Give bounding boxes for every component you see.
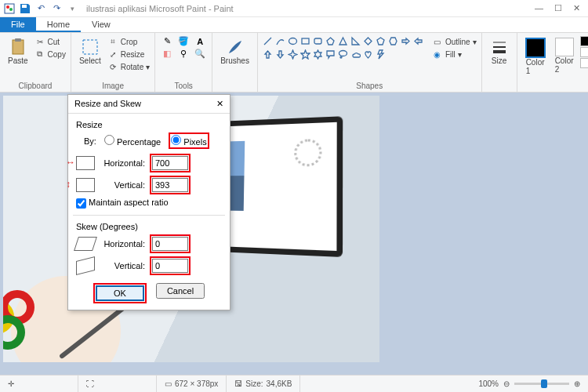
undo-icon[interactable]: ↶ <box>34 2 47 15</box>
shape-diamond-icon[interactable] <box>363 36 374 48</box>
shape-star4-icon[interactable] <box>288 49 299 61</box>
cut-button[interactable]: ✂Cut <box>34 36 66 47</box>
resize-button[interactable]: ⤢Resize <box>107 49 150 60</box>
svg-marker-13 <box>352 38 359 45</box>
group-image: Select ⌗Crop ⤢Resize ⟳Rotate ▾ Image <box>71 33 155 92</box>
paste-button[interactable]: Paste <box>5 36 31 67</box>
close-icon[interactable]: ✕ <box>573 3 580 13</box>
pencil-icon[interactable]: ✎ <box>160 36 174 46</box>
vertical-label: Vertical: <box>100 180 145 190</box>
shape-rect-icon[interactable] <box>300 36 311 48</box>
svg-marker-11 <box>327 38 334 45</box>
color2-button[interactable]: Color 2 <box>552 36 577 75</box>
cancel-button[interactable]: Cancel <box>156 283 205 299</box>
shape-arrowdown-icon[interactable] <box>275 49 286 61</box>
zoom-in-icon[interactable]: ⊕ <box>574 379 580 388</box>
svg-marker-15 <box>377 38 384 45</box>
redo-icon[interactable]: ↷ <box>50 2 63 15</box>
shape-arrowup-icon[interactable] <box>263 49 274 61</box>
ok-button[interactable]: OK <box>96 285 144 301</box>
shape-polygon-icon[interactable] <box>325 36 336 48</box>
dialog-title: Resize and Skew <box>74 99 141 109</box>
crop-icon: ⌗ <box>107 36 118 47</box>
shape-callout-icon[interactable] <box>325 49 336 61</box>
color-palette <box>580 36 588 68</box>
shape-hexagon-icon[interactable] <box>388 36 399 48</box>
svg-marker-18 <box>301 50 310 59</box>
crop-button[interactable]: ⌗Crop <box>107 36 150 47</box>
shape-curve-icon[interactable] <box>275 36 286 48</box>
size-button[interactable]: Size <box>487 36 512 67</box>
shape-triangle-icon[interactable] <box>338 36 349 48</box>
svg-point-1 <box>6 5 9 9</box>
shape-pentagon-icon[interactable] <box>376 36 387 48</box>
shape-arrowleft-icon[interactable] <box>413 36 424 48</box>
ribbon-tabs: File Home View <box>0 17 588 33</box>
titlebar: ↶ ↷ ▾ ilustrasi aplikasi Microsoft Paint… <box>0 0 588 17</box>
svg-line-7 <box>264 38 271 45</box>
color-swatch[interactable] <box>580 47 588 57</box>
shape-cloud-icon[interactable] <box>350 49 361 61</box>
skew-vertical-input[interactable] <box>152 259 188 273</box>
tab-file[interactable]: File <box>0 17 36 32</box>
svg-rect-9 <box>302 38 309 44</box>
colors-label: Colors <box>522 80 588 90</box>
outline-button[interactable]: ▭Outline ▾ <box>432 36 477 47</box>
skew-horizontal-label: Horizontal: <box>100 239 145 249</box>
save-icon[interactable] <box>19 2 31 15</box>
dialog-close-icon[interactable]: ✕ <box>216 99 223 109</box>
group-shapes: ▭Outline ▾ ◉Fill ▾ Shapes <box>258 33 482 92</box>
zoom-level: 100% <box>478 379 499 388</box>
clipboard-label: Clipboard <box>5 80 66 90</box>
horizontal-input[interactable] <box>152 156 188 170</box>
cursor-pos-icon: ✛ <box>8 379 14 388</box>
shape-arrowright-icon[interactable] <box>401 36 412 48</box>
eraser-icon[interactable]: ◧ <box>160 49 174 59</box>
group-brushes: Brushes <box>212 33 258 92</box>
zoom-slider[interactable] <box>514 383 569 385</box>
shape-heart-icon[interactable] <box>363 49 374 61</box>
color1-swatch <box>525 38 546 58</box>
shape-star6-icon[interactable] <box>313 49 324 61</box>
shape-line-icon[interactable] <box>263 36 274 48</box>
copy-button[interactable]: ⧉Copy <box>34 49 66 60</box>
eyedropper-icon[interactable]: ⚲ <box>176 49 191 59</box>
percentage-radio[interactable]: Percentage <box>104 135 161 147</box>
aspect-checkbox[interactable]: Maintain aspect ratio <box>76 198 169 209</box>
svg-point-20 <box>339 51 347 56</box>
select-button[interactable]: Select <box>76 36 104 67</box>
shapes-gallery[interactable] <box>263 36 424 61</box>
app-icon <box>3 2 16 15</box>
fill-button[interactable]: ◉Fill ▾ <box>432 49 477 60</box>
rotate-button[interactable]: ⟳Rotate ▾ <box>107 61 150 72</box>
magnifier-icon[interactable]: 🔍 <box>193 49 207 59</box>
color1-button[interactable]: Color 1 <box>522 36 549 77</box>
tab-home[interactable]: Home <box>36 17 81 32</box>
zoom-out-icon[interactable]: ⊖ <box>503 379 510 388</box>
vertical-resize-icon <box>76 178 95 192</box>
tab-view[interactable]: View <box>81 17 122 32</box>
vertical-input[interactable] <box>152 178 188 192</box>
bucket-icon[interactable]: 🪣 <box>176 36 191 46</box>
shape-star5-icon[interactable] <box>300 49 311 61</box>
color-swatch-empty[interactable] <box>580 58 588 68</box>
paste-icon <box>9 38 27 56</box>
fill-icon: ◉ <box>432 49 443 60</box>
maximize-icon[interactable]: ☐ <box>554 3 562 13</box>
skew-horizontal-input[interactable] <box>152 237 188 251</box>
shape-bolt-icon[interactable] <box>376 49 387 61</box>
shape-rtriangle-icon[interactable] <box>350 36 361 48</box>
shape-callout2-icon[interactable] <box>338 49 349 61</box>
text-icon[interactable]: A <box>193 36 207 46</box>
qat-dropdown-icon[interactable]: ▾ <box>66 2 78 15</box>
color-swatch[interactable] <box>580 36 588 46</box>
rotate-icon: ⟳ <box>107 61 118 72</box>
minimize-icon[interactable]: — <box>535 3 543 13</box>
group-colors: Color 1 Color 2 Edit colors Colors <box>517 33 588 92</box>
statusbar: ✛ ⛶ ▭ 672 × 378px 🖫 Size: 34,6KB 100% ⊖ … <box>0 375 588 392</box>
shape-roundrect-icon[interactable] <box>313 36 324 48</box>
pixels-radio[interactable]: Pixels <box>171 137 206 147</box>
shape-oval-icon[interactable] <box>288 36 299 48</box>
filesize-icon: 🖫 <box>234 379 242 388</box>
brushes-button[interactable]: Brushes <box>217 36 252 67</box>
